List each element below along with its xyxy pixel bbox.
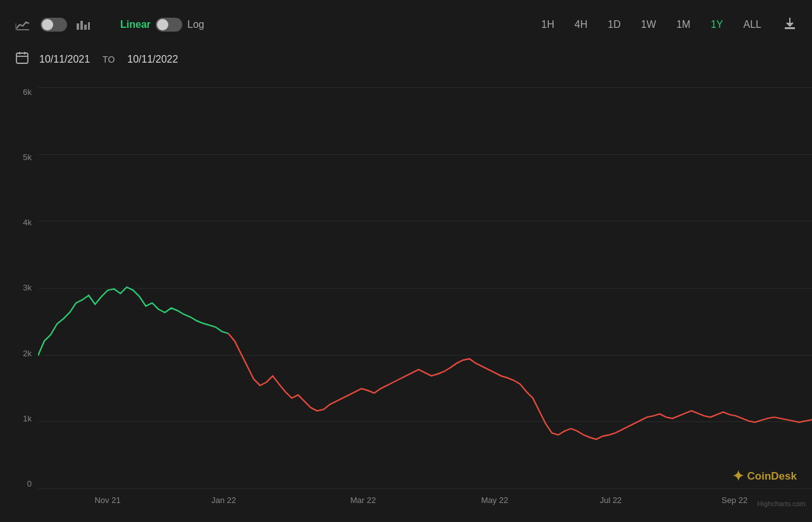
time-btn-1m[interactable]: 1M — [675, 16, 692, 33]
price-chart — [38, 87, 812, 490]
x-label-mar22: Mar 22 — [350, 495, 375, 505]
date-row: 10/11/2021 TO 10/11/2022 — [0, 44, 812, 75]
x-axis-labels: Nov 21 Jan 22 Mar 22 May 22 Jul 22 Sep 2… — [38, 488, 812, 511]
y-label-4k: 4k — [0, 218, 38, 227]
time-btn-1h[interactable]: 1H — [540, 16, 555, 33]
chart-container: Linear Log 1H 4H 1D 1W 1M 1Y ALL — [0, 0, 812, 522]
linear-label: Linear — [120, 19, 151, 30]
time-btn-1d[interactable]: 1D — [606, 16, 621, 33]
date-from: 10/11/2021 — [39, 54, 90, 65]
y-label-2k: 2k — [0, 349, 38, 358]
coindesk-logo: ✦ CoinDesk — [732, 468, 797, 485]
x-label-may22: May 22 — [481, 495, 508, 505]
chart-area: 6k 5k 4k 3k 2k 1k 0 — [0, 81, 812, 511]
toolbar: Linear Log 1H 4H 1D 1W 1M 1Y ALL — [0, 0, 812, 44]
time-btn-1y[interactable]: 1Y — [709, 16, 725, 33]
coindesk-text: CoinDesk — [747, 470, 797, 483]
x-label-nov21: Nov 21 — [94, 495, 120, 505]
green-line — [38, 287, 228, 356]
date-to-label: TO — [103, 54, 115, 65]
highcharts-credit: Highcharts.com — [758, 500, 806, 507]
x-label-jan22: Jan 22 — [211, 495, 236, 505]
svg-rect-2 — [80, 21, 83, 30]
download-button[interactable] — [783, 16, 797, 34]
chart-type-toggle[interactable] — [41, 18, 67, 32]
y-label-6k: 6k — [0, 87, 38, 97]
bar-chart-icon[interactable] — [76, 18, 90, 31]
y-label-5k: 5k — [0, 152, 38, 162]
y-label-3k: 3k — [0, 283, 38, 292]
time-buttons: 1H 4H 1D 1W 1M 1Y ALL — [540, 16, 763, 33]
svg-marker-0 — [15, 23, 16, 30]
y-label-0: 0 — [0, 479, 38, 488]
scale-toggle-group: Linear Log — [120, 18, 204, 32]
time-btn-4h[interactable]: 4H — [573, 16, 589, 33]
time-btn-all[interactable]: ALL — [742, 16, 763, 33]
x-label-jul22: Jul 22 — [600, 495, 622, 505]
line-chart-icon[interactable] — [15, 18, 32, 31]
y-label-1k: 1k — [0, 414, 38, 423]
red-line — [228, 333, 812, 439]
calendar-icon[interactable] — [15, 51, 29, 68]
scale-toggle[interactable] — [156, 18, 182, 32]
y-axis-labels: 6k 5k 4k 3k 2k 1k 0 — [0, 81, 38, 511]
date-to: 10/11/2022 — [127, 54, 178, 65]
x-label-sep22: Sep 22 — [721, 495, 747, 505]
svg-rect-1 — [77, 23, 79, 30]
svg-rect-4 — [88, 22, 90, 30]
log-label: Log — [187, 19, 204, 30]
svg-rect-3 — [84, 25, 87, 30]
coindesk-icon: ✦ — [732, 468, 744, 485]
svg-rect-7 — [16, 53, 28, 63]
time-btn-1w[interactable]: 1W — [640, 16, 658, 33]
svg-rect-6 — [785, 27, 795, 29]
